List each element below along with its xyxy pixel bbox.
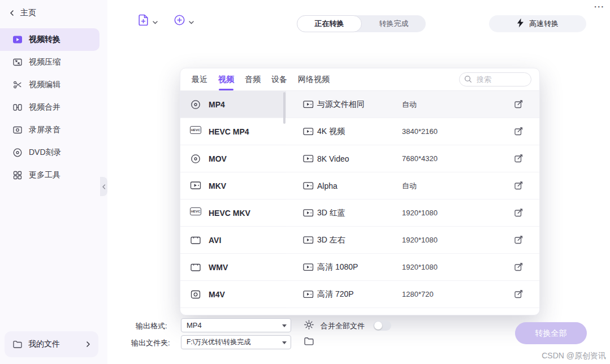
toggle-knob <box>374 322 382 330</box>
edit-icon[interactable] <box>514 208 524 218</box>
chevron-down-icon[interactable] <box>189 16 194 27</box>
sidebar-item-video-compress[interactable]: 视频压缩 <box>0 51 107 73</box>
my-files-button[interactable]: 我的文件 <box>5 331 98 357</box>
sidebar-item-video-convert[interactable]: 视频转换 <box>0 28 99 51</box>
dialog-tab-bar: 最近 视频 音频 设备 网络视频 <box>180 68 539 91</box>
tab-recent[interactable]: 最近 <box>192 68 207 90</box>
video-preset-icon <box>303 208 314 218</box>
video-preset-icon <box>303 99 314 109</box>
tab-web-video[interactable]: 网络视频 <box>298 68 330 90</box>
video-compress-icon <box>12 57 23 67</box>
more-options-button[interactable]: ⋯ <box>594 0 605 13</box>
grid-icon <box>12 170 23 180</box>
mkv-format-icon <box>190 180 201 192</box>
video-convert-icon <box>12 34 23 45</box>
edit-icon[interactable] <box>514 181 524 190</box>
preset-row-720p[interactable]: 高清 720P 1280*720 <box>286 281 539 308</box>
add-url-icon <box>173 14 186 29</box>
edit-icon[interactable] <box>514 289 524 299</box>
output-folder-label: 输出文件夹: <box>131 338 170 348</box>
tab-audio[interactable]: 音频 <box>245 68 261 90</box>
tab-converting[interactable]: 正在转换 <box>297 15 362 32</box>
sidebar-item-label: 视频压缩 <box>29 57 60 67</box>
video-preset-icon <box>303 127 314 136</box>
edit-icon[interactable] <box>514 262 524 272</box>
sidebar-item-label: 视频编辑 <box>29 80 60 90</box>
add-url-button[interactable] <box>173 14 194 29</box>
dialog-body: MP4 HEVC HEVC MP4 MOV MKV <box>180 91 539 315</box>
preset-row-4k[interactable]: 4K 视频 3840*2160 <box>286 118 539 145</box>
preset-row-same-as-source[interactable]: 与源文件相同 自动 <box>286 91 539 118</box>
output-folder-value: F:\万兴优转\转换完成 <box>187 337 250 347</box>
video-preset-icon <box>303 181 314 190</box>
preset-row-1080p[interactable]: 高清 1080P 1920*1080 <box>286 254 539 281</box>
mp4-format-icon <box>190 99 201 110</box>
merge-toggle[interactable] <box>373 320 391 331</box>
merge-icon <box>12 102 23 112</box>
preset-row-3d-anaglyph[interactable]: 3D 红蓝 1920*1080 <box>286 200 539 227</box>
edit-icon[interactable] <box>514 235 524 245</box>
screen-record-icon <box>12 125 23 135</box>
back-home-button[interactable]: 主页 <box>0 0 107 24</box>
format-picker-dialog: 最近 视频 音频 设备 网络视频 MP4 HEVC <box>180 68 540 315</box>
preset-row-alpha[interactable]: Alpha 自动 <box>286 172 539 200</box>
sidebar-item-more-tools[interactable]: 更多工具 <box>0 164 107 187</box>
high-speed-label: 高速转换 <box>529 19 559 29</box>
format-item-mp4[interactable]: MP4 <box>180 91 286 118</box>
format-item-mov[interactable]: MOV <box>180 145 286 172</box>
scrollbar-thumb[interactable] <box>283 92 285 124</box>
hevc-format-icon: HEVC <box>190 207 201 219</box>
format-label: HEVC MKV <box>209 209 250 218</box>
sidebar-item-label: DVD刻录 <box>29 148 62 158</box>
preset-row-3d-sbs[interactable]: 3D 左右 1920*1080 <box>286 227 539 254</box>
open-folder-icon[interactable] <box>304 336 314 346</box>
tab-video[interactable]: 视频 <box>218 68 234 90</box>
scissors-icon <box>12 80 23 90</box>
add-file-icon <box>137 14 150 29</box>
sidebar-item-screen-record[interactable]: 录屏录音 <box>0 119 107 141</box>
format-item-wmv[interactable]: WMV <box>180 254 286 281</box>
sidebar-item-video-merge[interactable]: 视频合并 <box>0 96 107 119</box>
format-label: HEVC MP4 <box>209 127 249 136</box>
my-files-label: 我的文件 <box>28 339 60 349</box>
add-file-button[interactable] <box>137 14 158 29</box>
output-format-value: MP4 <box>187 321 202 330</box>
chevron-left-icon <box>9 8 15 18</box>
sidebar-collapse-button[interactable] <box>100 177 107 196</box>
output-format-select[interactable]: MP4 <box>181 318 291 332</box>
search-icon <box>464 75 472 83</box>
format-item-m4v[interactable]: M4V <box>180 281 286 308</box>
format-item-hevc-mkv[interactable]: HEVC HEVC MKV <box>180 200 286 227</box>
chevron-down-icon <box>282 341 287 344</box>
chevron-left-icon <box>102 184 106 189</box>
tab-device[interactable]: 设备 <box>271 68 287 90</box>
sidebar-item-video-edit[interactable]: 视频编辑 <box>0 73 107 96</box>
sidebar-item-dvd-burn[interactable]: DVD刻录 <box>0 141 107 164</box>
high-speed-convert-button[interactable]: 高速转换 <box>489 15 586 32</box>
format-item-avi[interactable]: AVI <box>180 227 286 254</box>
edit-icon[interactable] <box>514 127 524 136</box>
preset-list: 与源文件相同 自动 4K 视频 3840*2160 8K Video 7680*… <box>286 91 539 315</box>
main-panel: 正在转换 转换完成 高速转换 ⋯ 最近 视频 音频 设备 网络视频 <box>107 0 610 364</box>
chevron-down-icon <box>282 324 287 327</box>
video-preset-icon <box>303 262 314 272</box>
format-label: MP4 <box>209 100 225 109</box>
sidebar-nav: 视频转换 视频压缩 视频编辑 视频合并 录屏录音 DVD刻录 <box>0 28 107 187</box>
m4v-format-icon <box>190 289 201 300</box>
output-format-label: 输出格式: <box>136 321 167 331</box>
edit-icon[interactable] <box>514 99 524 109</box>
edit-icon[interactable] <box>514 154 524 163</box>
video-preset-icon <box>303 289 314 299</box>
convert-all-button[interactable]: 转换全部 <box>515 322 587 344</box>
merge-all-label: 合并全部文件 <box>321 321 365 331</box>
format-item-mkv[interactable]: MKV <box>180 172 286 200</box>
output-folder-select[interactable]: F:\万兴优转\转换完成 <box>181 335 291 349</box>
preset-row-8k[interactable]: 8K Video 7680*4320 <box>286 145 539 172</box>
video-preset-icon <box>303 154 314 163</box>
folder-icon <box>12 339 23 349</box>
tab-converted[interactable]: 转换完成 <box>362 15 426 32</box>
format-item-hevc-mp4[interactable]: HEVC HEVC MP4 <box>180 118 286 145</box>
chevron-down-icon[interactable] <box>153 16 158 27</box>
output-settings-gear-icon[interactable] <box>304 319 314 330</box>
sidebar-item-label: 视频合并 <box>29 102 60 112</box>
